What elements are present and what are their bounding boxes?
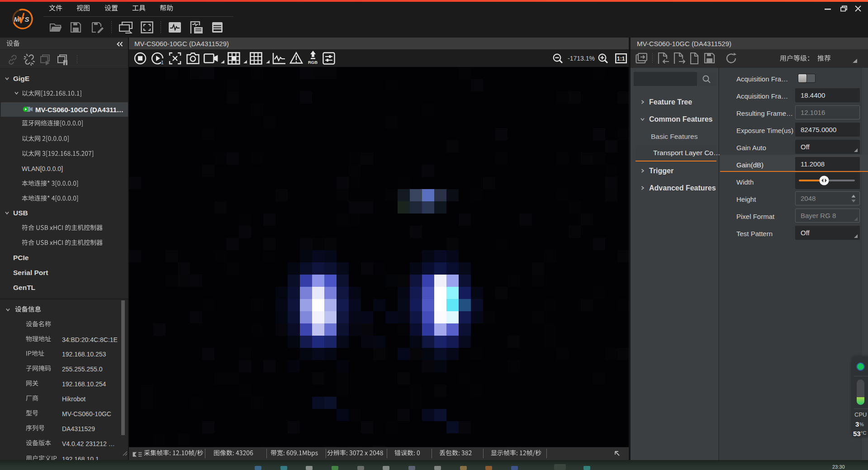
svg-text:1: 1 [161, 60, 164, 65]
svg-text:1:1: 1:1 [617, 56, 625, 62]
svg-text:RGB: RGB [308, 60, 318, 65]
svg-text:S: S [25, 15, 29, 23]
